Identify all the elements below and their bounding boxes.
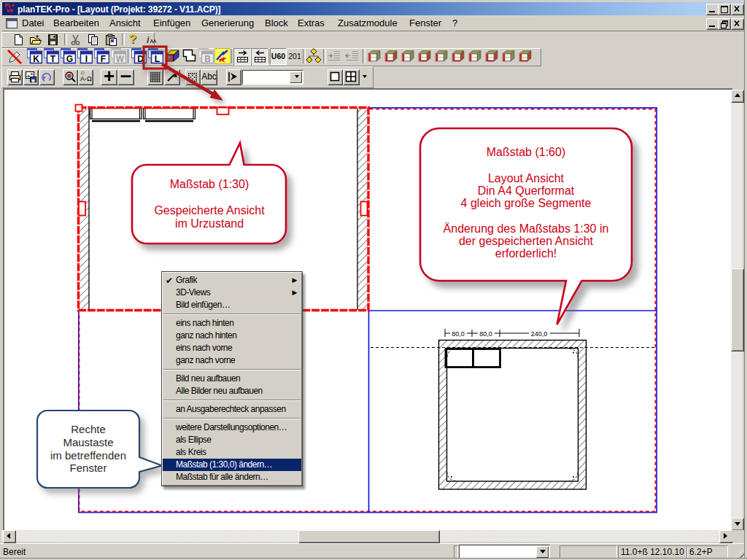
svg-text:B: B xyxy=(204,54,211,64)
svg-text:F: F xyxy=(101,54,106,64)
svg-text:T: T xyxy=(50,54,56,64)
svg-text:G: G xyxy=(66,54,73,64)
svg-text:L: L xyxy=(155,54,160,64)
svg-text:W: W xyxy=(116,54,125,64)
svg-text:A-Ω: A-Ω xyxy=(80,75,92,82)
svg-text:D: D xyxy=(137,54,144,64)
svg-text:K: K xyxy=(33,54,39,64)
svg-text:i: i xyxy=(147,34,150,45)
svg-text:I: I xyxy=(85,54,88,64)
